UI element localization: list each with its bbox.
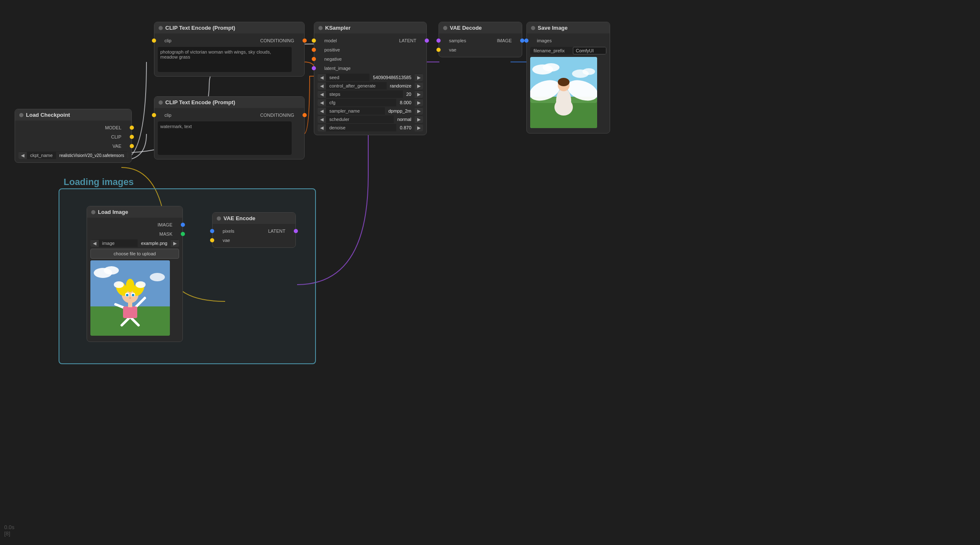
scheduler-arrow-left[interactable]: ◀ [318,116,326,123]
upload-button[interactable]: choose file to upload [90,249,179,259]
port-clip-out[interactable] [130,135,134,139]
load-image-node: Load Image IMAGE MASK ◀ image example.pn… [87,206,183,342]
ks-param-denoise[interactable]: ◀ denoise 0.870 ▶ [318,124,423,131]
node-status-dot [159,26,163,30]
port-label-li-mask: MASK [154,231,178,237]
ksampler-header: KSampler [314,22,426,33]
load-checkpoint-body: MODEL CLIP VAE ◀ ckpt_name realisticVisi… [15,121,131,162]
ks-param-sampler[interactable]: ◀ sampler_name dpmpp_2m ▶ [318,107,423,115]
cartoon-preview [90,260,170,336]
port-li-mask-out[interactable] [181,232,185,236]
ksampler-body: model LATENT positive negative latent_im… [314,33,426,135]
port-row-si-images: images [527,36,610,45]
ks-param-scheduler[interactable]: ◀ scheduler normal ▶ [318,116,423,123]
ks-param-cfg[interactable]: ◀ cfg 8.000 ▶ [318,99,423,106]
port-ks-negative[interactable] [312,57,316,61]
port-clip-in[interactable] [152,39,156,43]
sampler-arrow-right[interactable]: ▶ [415,108,423,115]
node-status-dot [531,26,535,30]
port-label-ks-latent-in: latent_image [318,66,357,71]
port-model-out[interactable] [130,126,134,130]
port-clip-in-2[interactable] [152,113,156,117]
denoise-value: 0.870 [396,124,415,131]
li-arrow-left[interactable]: ◀ [90,240,99,247]
port-ve-vae[interactable] [210,238,214,242]
port-conditioning-2-out[interactable] [303,113,307,117]
port-ks-positive[interactable] [312,48,316,52]
port-vd-vae[interactable] [436,48,441,52]
port-li-image-out[interactable] [181,223,185,227]
ks-param-seed[interactable]: ◀ seed 540909486513585 ▶ [318,74,423,81]
vae-decode-body: samples IMAGE vae [439,33,522,57]
port-row-ve-vae: vae [213,236,295,245]
load-image-header: Load Image [87,206,182,218]
port-label-ks-model: model [318,38,343,43]
clip-encode-1-text[interactable]: photograph of victorian woman with wings… [158,47,292,72]
port-row-clip-in-2: clip CONDITIONING [154,111,304,120]
clip-encode-2-text[interactable]: watermark, text [158,121,292,155]
port-label-ks-positive: positive [318,47,346,52]
si-prefix-input[interactable] [573,47,606,54]
node-status-dot [318,26,323,30]
steps-arrow-left[interactable]: ◀ [318,91,326,98]
port-ve-latent-out[interactable] [294,229,298,233]
ks-param-control[interactable]: ◀ control_after_generate randomize ▶ [318,82,423,90]
si-prefix-label: filename_prefix [530,47,573,54]
port-vd-samples[interactable] [436,39,441,43]
port-conditioning-out[interactable] [303,39,307,43]
port-ks-model[interactable] [312,39,316,43]
seed-arrow-right[interactable]: ▶ [415,74,423,81]
canvas: Load Checkpoint MODEL CLIP VAE ◀ ckpt_na… [0,0,980,545]
control-arrow-right[interactable]: ▶ [415,82,423,90]
ckpt-arrow-right[interactable]: ▶ [128,152,128,159]
port-label-li-image: IMAGE [152,222,178,227]
port-label-ve-vae: vae [217,238,236,243]
clip-encode-2-header: CLIP Text Encode (Prompt) [154,97,304,108]
denoise-arrow-right[interactable]: ▶ [415,124,423,131]
steps-label: steps [326,90,403,98]
clip-encode-1-body: clip CONDITIONING photograph of victoria… [154,33,304,76]
li-arrow-right[interactable]: ▶ [171,240,179,247]
svg-point-5 [582,68,595,75]
li-param-label: image [99,239,138,247]
sampler-value: dpmpp_2m [385,107,415,115]
port-ks-latent-in[interactable] [312,66,316,70]
port-label-ks-negative: negative [318,57,348,62]
save-image-header: Save Image [527,22,610,33]
clip-encode-1-node: CLIP Text Encode (Prompt) clip CONDITION… [154,22,305,77]
port-row-vae: VAE [15,141,131,151]
port-ve-pixels[interactable] [210,229,214,233]
si-param-prefix[interactable]: filename_prefix [530,47,606,54]
steps-arrow-right[interactable]: ▶ [415,91,423,98]
svg-point-33 [126,294,128,296]
port-vd-image-out[interactable] [520,39,524,43]
sampler-label: sampler_name [326,107,385,115]
seed-arrow-left[interactable]: ◀ [318,74,326,81]
control-label: control_after_generate [326,82,387,90]
sampler-arrow-left[interactable]: ◀ [318,108,326,115]
cfg-arrow-left[interactable]: ◀ [318,99,326,106]
control-arrow-left[interactable]: ◀ [318,82,326,90]
node-title: VAE Encode [223,215,255,221]
li-param-image[interactable]: ◀ image example.png ▶ [90,239,179,247]
control-value: randomize [387,82,415,90]
scheduler-arrow-right[interactable]: ▶ [415,116,423,123]
ks-param-steps[interactable]: ◀ steps 20 ▶ [318,90,423,98]
port-label-vd-samples: samples [443,38,472,43]
ckpt-arrow-left[interactable]: ◀ [18,152,27,159]
port-ks-latent-out[interactable] [425,39,429,43]
node-status-dot [19,113,23,117]
ckpt-param-label: ckpt_name [27,152,56,159]
cfg-arrow-right[interactable]: ▶ [415,99,423,106]
ckpt-param-row[interactable]: ◀ ckpt_name realisticVisionV20_v20.safet… [18,152,128,159]
node-title: KSampler [325,25,351,31]
port-label-vd-vae: vae [443,47,462,52]
svg-point-13 [554,99,573,116]
port-label-si-images: images [531,38,557,43]
denoise-arrow-left[interactable]: ◀ [318,124,326,131]
port-label-ve-latent: LATENT [262,229,291,234]
port-vae-out[interactable] [130,144,134,148]
steps-value: 20 [403,90,415,98]
node-title: Load Checkpoint [26,112,70,118]
port-si-images[interactable] [524,39,528,43]
